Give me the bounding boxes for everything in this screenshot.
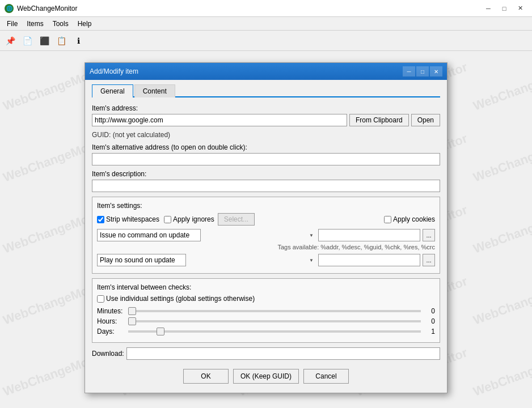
settings-title: Item's settings: xyxy=(97,202,435,210)
alt-address-label: Item's alternative address (to open on d… xyxy=(92,143,440,151)
toolbar-doc-btn[interactable]: 📄 xyxy=(19,33,35,49)
menu-tools[interactable]: Tools xyxy=(48,19,73,29)
address-label: Item's address: xyxy=(92,104,440,112)
maximize-btn[interactable]: □ xyxy=(497,3,512,14)
select-btn[interactable]: Select... xyxy=(218,213,255,226)
days-row: Days: 1 xyxy=(97,328,435,335)
dialog-title-controls: ─ □ ✕ xyxy=(403,66,442,76)
interval-title: Item's interval between checks: xyxy=(97,283,435,291)
dialog-content: General Content Item's address: From Cli… xyxy=(85,80,447,393)
checkboxes-row: Strip whitespaces Apply ignores Select..… xyxy=(97,213,435,226)
download-label: Download: xyxy=(92,350,124,358)
minutes-label: Minutes: xyxy=(97,307,128,315)
apply-ignores-label[interactable]: Apply ignores xyxy=(164,215,214,223)
description-label: Item's description: xyxy=(92,170,440,178)
settings-box: Item's settings: Strip whitespaces Apply… xyxy=(92,197,440,274)
hours-slider[interactable] xyxy=(128,320,421,322)
dialog-buttons: OK OK (Keep GUID) Cancel xyxy=(92,366,440,386)
command-select[interactable]: Issue no command on update xyxy=(97,229,201,241)
main-area: WebChangeMonitor WebChangeMonitor WebCha… xyxy=(0,51,532,408)
from-clipboard-btn[interactable]: From Clipboard xyxy=(349,114,409,126)
app-title: WebChangeMonitor xyxy=(17,5,481,12)
guid-text: GUID: (not yet calculated) xyxy=(92,129,170,141)
dialog-minimize-btn[interactable]: ─ xyxy=(403,66,415,76)
apply-cookies-label[interactable]: Apply cookies xyxy=(384,215,435,223)
app-icon: 🌐 xyxy=(5,4,14,13)
tab-content[interactable]: Content xyxy=(134,84,175,97)
alt-address-group: Item's alternative address (to open on d… xyxy=(92,143,440,165)
use-individual-label[interactable]: Use individual settings (global settings… xyxy=(97,295,435,303)
menu-items[interactable]: Items xyxy=(22,19,48,29)
ok-keep-guid-btn[interactable]: OK (Keep GUID) xyxy=(233,369,299,384)
close-btn[interactable]: ✕ xyxy=(513,3,527,14)
tab-general[interactable]: General xyxy=(92,84,133,97)
sound-input[interactable] xyxy=(318,254,420,266)
apply-cookies-checkbox[interactable] xyxy=(384,216,391,223)
sound-select[interactable]: Play no sound on update xyxy=(97,254,186,266)
command-input[interactable] xyxy=(318,229,420,241)
menu-bar: File Items Tools Help xyxy=(0,17,532,31)
download-row: Download: xyxy=(92,347,440,360)
toolbar-info-btn[interactable]: ℹ xyxy=(70,33,86,49)
hours-row: Hours: 0 xyxy=(97,317,435,325)
toolbar-block-btn[interactable]: ⬛ xyxy=(36,33,52,49)
download-input[interactable] xyxy=(126,347,440,360)
days-value: 1 xyxy=(421,328,435,335)
title-bar: 🌐 WebChangeMonitor ─ □ ✕ xyxy=(0,0,532,17)
sound-row: Play no sound on update ... xyxy=(97,254,435,266)
tab-bar: General Content xyxy=(92,84,440,97)
strip-whitespaces-label[interactable]: Strip whitespaces xyxy=(97,215,159,223)
menu-help[interactable]: Help xyxy=(73,19,96,29)
address-group: Item's address: From Clipboard Open xyxy=(92,104,440,126)
minutes-value: 0 xyxy=(421,307,435,315)
tags-text: Tags available: %addr, %desc, %guid, %ch… xyxy=(97,244,435,250)
app-window: 🌐 WebChangeMonitor ─ □ ✕ File Items Tool… xyxy=(0,0,532,408)
days-slider[interactable] xyxy=(128,330,421,333)
apply-ignores-checkbox[interactable] xyxy=(164,216,171,223)
hours-value: 0 xyxy=(421,317,435,325)
command-ellipsis-btn[interactable]: ... xyxy=(423,229,435,241)
minimize-btn[interactable]: ─ xyxy=(481,3,496,14)
dialog-title: Add/Modify item xyxy=(90,67,403,75)
toolbar-pin-btn[interactable]: 📌 xyxy=(2,33,18,49)
strip-whitespaces-checkbox[interactable] xyxy=(97,216,104,223)
command-select-wrapper: Issue no command on update xyxy=(97,229,316,241)
command-row: Issue no command on update ... xyxy=(97,229,435,241)
guid-group: GUID: (not yet calculated) xyxy=(92,131,440,139)
minutes-slider[interactable] xyxy=(128,310,421,312)
address-input[interactable] xyxy=(92,114,347,126)
toolbar: 📌 📄 ⬛ 📋 ℹ xyxy=(0,31,532,51)
description-input[interactable] xyxy=(92,180,440,192)
sound-ellipsis-btn[interactable]: ... xyxy=(423,254,435,266)
minutes-row: Minutes: 0 xyxy=(97,307,435,315)
ok-btn[interactable]: OK xyxy=(183,369,229,384)
dialog-title-bar: Add/Modify item ─ □ ✕ xyxy=(85,63,447,80)
cancel-btn[interactable]: Cancel xyxy=(303,369,349,384)
sound-select-wrapper: Play no sound on update xyxy=(97,254,316,266)
hours-label: Hours: xyxy=(97,317,128,325)
toolbar-clipboard-btn[interactable]: 📋 xyxy=(53,33,69,49)
menu-file[interactable]: File xyxy=(2,19,22,29)
open-btn[interactable]: Open xyxy=(411,114,440,126)
interval-box: Item's interval between checks: Use indi… xyxy=(92,278,440,343)
dialog-add-modify: Add/Modify item ─ □ ✕ General Content xyxy=(85,62,447,393)
description-group: Item's description: xyxy=(92,170,440,192)
days-label: Days: xyxy=(97,328,128,335)
alt-address-input[interactable] xyxy=(92,153,440,165)
use-individual-checkbox[interactable] xyxy=(97,295,104,303)
dialog-maximize-btn[interactable]: □ xyxy=(416,66,429,76)
dialog-close-btn[interactable]: ✕ xyxy=(430,66,442,76)
address-row: From Clipboard Open xyxy=(92,114,440,126)
title-bar-controls: ─ □ ✕ xyxy=(481,3,527,14)
modal-overlay: Add/Modify item ─ □ ✕ General Content xyxy=(0,51,532,408)
